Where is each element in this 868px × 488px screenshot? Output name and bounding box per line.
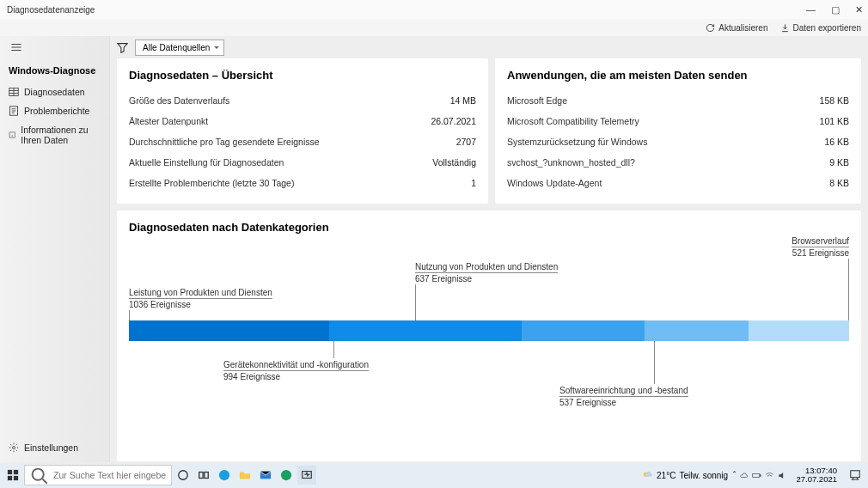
chart-label-connectivity: Gerätekonnektivität und -konfiguration 9… — [223, 360, 369, 381]
overview-row: Aktuelle Einstellung für DiagnosedatenVo… — [129, 152, 476, 173]
svg-point-14 — [281, 470, 291, 480]
circle-icon — [177, 469, 189, 481]
app-row: Microsoft Compatibility Telemetry101 KB — [507, 111, 849, 131]
taskbar-search-input[interactable] — [53, 470, 166, 480]
bar-segment-software[interactable] — [645, 320, 749, 341]
action-center-button[interactable] — [846, 466, 865, 485]
window-controls: — ▢ ✕ — [806, 4, 863, 15]
refresh-icon — [706, 23, 715, 33]
windows-icon — [7, 469, 19, 481]
chevron-up-icon[interactable]: ˆ — [733, 471, 736, 480]
overview-row: Durchschnittliche pro Tag gesendete Erei… — [129, 131, 476, 152]
search-icon — [30, 467, 48, 485]
cortana-button[interactable] — [174, 466, 193, 485]
top-apps-title: Anwendungen, die am meisten Daten senden — [507, 69, 849, 82]
chart-label-product-performance: Leistung von Produkten und Diensten 1036… — [129, 288, 272, 309]
app-icon — [280, 469, 292, 481]
chart-label-product-usage: Nutzung von Produkten und Diensten 637 E… — [415, 262, 558, 284]
overview-card: Diagnosedaten – Übersicht Größe des Date… — [117, 58, 488, 204]
categories-title: Diagnosedaten nach Datenkategorien — [129, 221, 849, 234]
titlebar: Diagnosedatenanzeige — ▢ ✕ — [0, 0, 868, 19]
svg-rect-4 — [8, 470, 12, 474]
svg-point-12 — [219, 470, 229, 480]
hamburger-button[interactable] — [0, 41, 110, 60]
refresh-button[interactable]: Aktualisieren — [706, 23, 767, 33]
system-tray[interactable]: ˆ — [733, 471, 787, 480]
settings-label: Einstellungen — [24, 442, 78, 453]
minimize-button[interactable]: — — [806, 4, 816, 15]
svg-rect-11 — [205, 473, 208, 479]
sidebar-item-label: Informationen zu Ihren Daten — [21, 125, 101, 145]
taskview-icon — [198, 469, 210, 481]
chart-label-browser-history: Browserverlauf 521 Ereignisse — [792, 236, 849, 258]
diagnostic-icon — [301, 469, 313, 481]
app-row: Systemzurücksetzung für Windows16 KB — [507, 131, 849, 152]
table-icon — [9, 87, 19, 97]
app-row: svchost_?unknown_hosted_dll?9 KB — [507, 152, 849, 173]
top-apps-card: Anwendungen, die am meisten Daten senden… — [495, 58, 861, 204]
taskbar-app-mail[interactable] — [256, 466, 275, 485]
bar-segment-performance[interactable] — [129, 320, 329, 341]
categories-card: Diagnosedaten nach Datenkategorien Brows… — [117, 210, 861, 461]
notification-icon — [849, 469, 861, 481]
maximize-button[interactable]: ▢ — [831, 4, 840, 15]
svg-rect-7 — [14, 476, 18, 480]
app-row: Microsoft Edge158 KB — [507, 90, 849, 111]
close-button[interactable]: ✕ — [855, 4, 863, 15]
hamburger-icon — [10, 41, 22, 53]
export-label: Daten exportieren — [793, 23, 862, 33]
svg-rect-18 — [760, 474, 761, 475]
sidebar-item-data-info[interactable]: Informationen zu Ihren Daten — [0, 120, 110, 149]
taskbar-app-diagnostic-viewer[interactable] — [297, 466, 316, 485]
clock-date: 27.07.2021 — [796, 475, 837, 484]
report-icon — [9, 106, 19, 116]
edge-icon — [218, 469, 230, 481]
svg-rect-10 — [199, 473, 203, 479]
svg-point-3 — [13, 447, 15, 449]
taskbar-weather[interactable]: 21°C Teilw. sonnig — [641, 469, 728, 481]
export-icon — [780, 23, 790, 33]
taskbar-app-explorer[interactable] — [235, 466, 254, 485]
svg-rect-19 — [851, 471, 860, 478]
taskbar-app-generic[interactable] — [277, 466, 296, 485]
bar-segment-connectivity[interactable] — [329, 320, 522, 341]
taskbar: 21°C Teilw. sonnig ˆ 13:07:40 27.07.2021 — [0, 462, 868, 488]
taskbar-search[interactable] — [24, 465, 172, 485]
weather-temp: 21°C — [657, 471, 675, 480]
wifi-icon[interactable] — [765, 471, 774, 480]
sidebar-item-diagnostic-data[interactable]: Diagnosedaten — [0, 82, 110, 101]
overview-row: Erstellte Problemberichte (letzte 30 Tag… — [129, 173, 476, 193]
taskbar-clock[interactable]: 13:07:40 27.07.2021 — [792, 467, 840, 485]
dropdown-label: Alle Datenquellen — [143, 43, 210, 52]
sidebar: Windows-Diagnose Diagnosedaten Problembe… — [0, 36, 110, 462]
sidebar-item-settings[interactable]: Einstellungen — [0, 438, 110, 457]
filter-toolbar: Alle Datenquellen — [110, 36, 868, 58]
app-row: Windows Update-Agent8 KB — [507, 173, 849, 193]
taskbar-app-edge[interactable] — [215, 466, 234, 485]
taskbar-right: 21°C Teilw. sonnig ˆ 13:07:40 27.07.2021 — [641, 466, 865, 485]
export-button[interactable]: Daten exportieren — [780, 23, 862, 33]
weather-desc: Teilw. sonnig — [679, 471, 728, 480]
overview-row: Ältester Datenpunkt26.07.2021 — [129, 111, 476, 131]
refresh-label: Aktualisieren — [718, 23, 767, 33]
volume-icon[interactable] — [778, 471, 787, 480]
bar-segment-usage[interactable] — [522, 320, 645, 341]
funnel-icon[interactable] — [117, 42, 128, 53]
datasource-dropdown[interactable]: Alle Datenquellen — [135, 40, 224, 56]
taskview-button[interactable] — [194, 466, 213, 485]
sidebar-item-problem-reports[interactable]: Problemberichte — [0, 101, 110, 120]
svg-point-9 — [179, 471, 188, 480]
app-toolbar: Aktualisieren Daten exportieren — [0, 19, 868, 36]
overview-row: Größe des Datenverlaufs14 MB — [129, 90, 476, 111]
svg-rect-17 — [753, 473, 760, 477]
categories-bar — [129, 320, 849, 341]
folder-icon — [239, 469, 251, 481]
battery-icon[interactable] — [752, 471, 761, 480]
sidebar-heading: Windows-Diagnose — [0, 60, 110, 82]
info-icon — [9, 130, 15, 140]
bar-segment-browser[interactable] — [749, 320, 849, 341]
sidebar-item-label: Diagnosedaten — [24, 87, 85, 97]
start-button[interactable] — [3, 466, 22, 485]
svg-rect-5 — [14, 470, 18, 474]
cloud-icon[interactable] — [739, 471, 749, 480]
